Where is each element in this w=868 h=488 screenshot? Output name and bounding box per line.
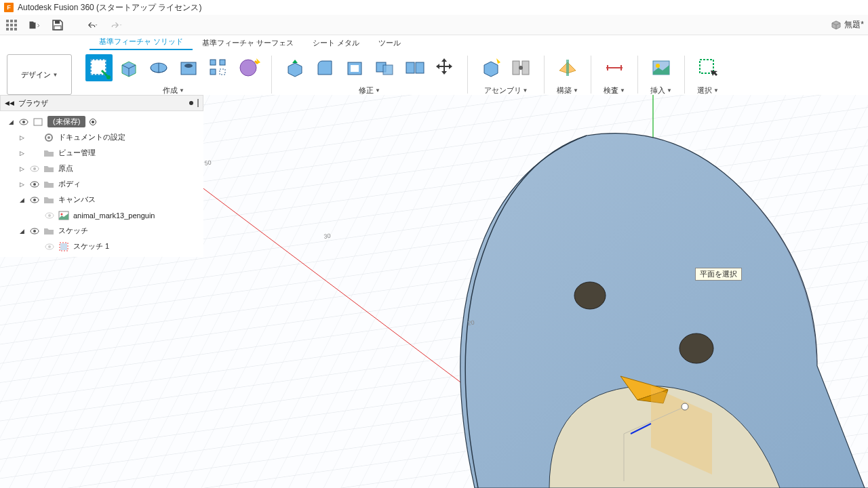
save-button[interactable] [50, 18, 65, 33]
svg-rect-24 [351, 65, 359, 72]
twisty-icon[interactable]: ◢ [18, 228, 26, 235]
redo-button[interactable] [107, 18, 126, 33]
visibility-icon[interactable] [19, 117, 28, 127]
svg-point-56 [33, 167, 36, 170]
tree-sketch1[interactable]: スケッチ 1 [1, 239, 202, 254]
pattern-button[interactable] [205, 54, 232, 81]
measure-button[interactable] [601, 54, 628, 81]
revolve-button[interactable] [145, 54, 172, 81]
visibility-icon[interactable] [30, 226, 39, 236]
svg-rect-31 [522, 61, 529, 75]
extrude-button[interactable] [115, 54, 142, 81]
collapse-icon[interactable]: ◀◀ [5, 100, 14, 106]
data-panel-button[interactable] [4, 18, 19, 33]
select-button[interactable] [694, 54, 722, 81]
svg-text:30: 30 [323, 232, 331, 240]
fillet-button[interactable] [311, 54, 338, 81]
insert-button[interactable] [648, 54, 675, 81]
joint-button[interactable] [507, 54, 534, 81]
new-component-button[interactable] [477, 54, 505, 81]
document-name[interactable]: 無題* [831, 19, 864, 30]
combine-button[interactable] [371, 54, 398, 81]
image-icon [58, 210, 69, 221]
tree-sketch-folder[interactable]: ◢ スケッチ [1, 223, 202, 239]
svg-rect-6 [6, 28, 9, 30]
svg-rect-5 [14, 24, 17, 26]
twisty-icon[interactable]: ▷ [18, 134, 26, 141]
move-button[interactable] [431, 54, 458, 81]
panel-options-icon[interactable] [189, 101, 193, 105]
component-icon [33, 117, 43, 127]
twisty-icon[interactable]: ◢ [7, 119, 15, 125]
svg-rect-1 [10, 20, 13, 22]
twisty-icon[interactable]: ▷ [18, 150, 26, 157]
gear-icon [43, 132, 54, 143]
svg-point-45 [682, 403, 688, 410]
svg-rect-0 [6, 20, 9, 22]
tree-root[interactable]: ◢ (未保存) [1, 114, 202, 129]
browser-header[interactable]: ◀◀ ブラウザ [0, 95, 203, 111]
group-modify: 修正▼ [279, 53, 460, 96]
twisty-icon[interactable]: ▷ [18, 181, 26, 188]
svg-point-16 [184, 64, 193, 68]
window-titlebar: F Autodesk Fusion 360 (スタートアップ ライセンス) [0, 0, 868, 15]
sketch-create-button[interactable] [85, 54, 113, 81]
browser-tree: ◢ (未保存) ▷ ドキュメントの設定 ▷ ビュー管理 ▷ 原点 ▷ [0, 111, 203, 257]
window-title: Autodesk Fusion 360 (スタートアップ ライセンス) [18, 2, 201, 14]
activate-radio-icon[interactable] [90, 119, 96, 125]
visibility-icon[interactable] [30, 164, 39, 174]
visibility-icon[interactable] [30, 195, 39, 205]
svg-point-42 [679, 333, 713, 363]
svg-rect-20 [220, 69, 225, 75]
ribbon-toolbar: 基準フィーチャ ソリッド 基準フィーチャ サーフェス シート メタル ツール デ… [0, 35, 868, 98]
svg-rect-19 [210, 69, 216, 75]
svg-rect-2 [14, 20, 17, 22]
svg-point-35 [656, 64, 660, 68]
tab-sheetmetal[interactable]: シート メタル [303, 36, 369, 50]
svg-rect-28 [416, 62, 424, 73]
tree-canvas-item[interactable]: animal_mark13_penguin [1, 207, 202, 223]
tree-canvas-folder[interactable]: ◢ キャンバス [1, 192, 202, 207]
tab-solid[interactable]: 基準フィーチャ ソリッド [90, 35, 193, 50]
svg-rect-33 [566, 60, 569, 76]
svg-point-13 [106, 75, 111, 79]
shell-button[interactable] [341, 54, 368, 81]
group-create: 作成▼ [83, 53, 264, 96]
twisty-icon[interactable]: ◢ [18, 197, 26, 203]
tree-view-mgmt[interactable]: ▷ ビュー管理 [1, 145, 202, 161]
create-form-button[interactable] [235, 54, 262, 81]
group-select: 選択▼ [692, 53, 724, 96]
svg-rect-17 [210, 60, 216, 65]
hole-button[interactable] [175, 54, 202, 81]
svg-point-58 [33, 183, 36, 186]
tree-body[interactable]: ▷ ボディ [1, 176, 202, 192]
group-construct: 構築▼ [551, 53, 584, 96]
svg-point-51 [22, 121, 25, 123]
folder-icon [43, 195, 54, 205]
tree-doc-settings[interactable]: ▷ ドキュメントの設定 [1, 129, 202, 145]
split-button[interactable] [401, 54, 428, 81]
visibility-icon[interactable] [45, 211, 54, 220]
svg-rect-10 [54, 26, 61, 30]
sketch-icon [58, 241, 69, 252]
folder-icon [43, 226, 54, 237]
press-pull-button[interactable] [281, 54, 309, 81]
construct-plane-button[interactable] [554, 54, 581, 81]
undo-button[interactable] [83, 18, 102, 33]
select-plane-tooltip: 平面を選択 [695, 268, 742, 281]
folder-icon [43, 163, 54, 174]
app-logo-icon: F [4, 3, 14, 12]
ribbon-tabs: 基準フィーチャ ソリッド 基準フィーチャ サーフェス シート メタル ツール [0, 35, 868, 50]
group-inspect: 検査▼ [598, 53, 631, 96]
panel-pin-icon[interactable] [197, 99, 199, 107]
tree-origin[interactable]: ▷ 原点 [1, 161, 202, 176]
file-button[interactable] [24, 18, 45, 33]
tab-surface[interactable]: 基準フィーチャ サーフェス [193, 36, 303, 50]
tab-tool[interactable]: ツール [369, 36, 410, 50]
visibility-icon[interactable] [30, 180, 39, 189]
twisty-icon[interactable]: ▷ [18, 165, 26, 172]
visibility-icon[interactable] [45, 242, 54, 251]
svg-point-68 [48, 245, 51, 248]
quick-access-toolbar: 無題* [0, 15, 868, 35]
workspace-picker[interactable]: デザイン▼ [7, 54, 72, 95]
